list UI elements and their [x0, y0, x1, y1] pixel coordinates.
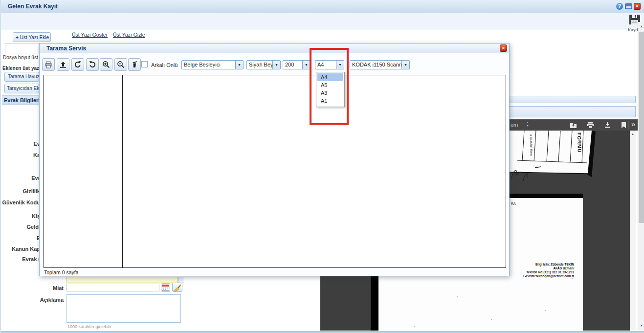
- spinner-up-icon: ▲: [527, 121, 529, 124]
- zoom-select[interactable]: om: [511, 122, 518, 128]
- broom-icon: [173, 284, 181, 291]
- plus-icon: +: [16, 35, 19, 40]
- chevron-down-icon[interactable]: ▼: [235, 61, 243, 69]
- delete-icon: [131, 61, 138, 68]
- dpi-dropdown[interactable]: 200 ▼: [283, 60, 311, 69]
- scroll-up-icon[interactable]: ▲: [638, 25, 644, 28]
- scanner-value: KODAK i1150 Scanner: [350, 61, 401, 69]
- open-file-icon[interactable]: [569, 121, 577, 129]
- cover-letter-field[interactable]: [5, 44, 39, 53]
- viewer-scroll-up-icon[interactable]: ▲: [630, 133, 636, 135]
- miat-label: Miat: [5, 285, 64, 291]
- duplex-checkbox[interactable]: [141, 61, 148, 67]
- page-scrollbar[interactable]: ▲ ▼: [638, 22, 644, 331]
- add-cover-letter-label: Üst Yazı Ekle: [20, 35, 49, 40]
- show-cover-letter-link[interactable]: Üst Yazı Göster: [72, 32, 108, 38]
- calendar-button[interactable]: [161, 283, 170, 292]
- viewer-scrollbar[interactable]: ▲: [630, 131, 636, 331]
- calendar-icon: [162, 284, 169, 291]
- upload-icon: [59, 61, 67, 68]
- form-label: Evrak (: [0, 256, 40, 262]
- screen-icon-glyph: [625, 3, 632, 9]
- close-icon[interactable]: ×: [634, 3, 641, 10]
- page-header: Gelen Evrak Kayıt ? ×: [1, 0, 644, 13]
- more-tools-icon[interactable]: »: [631, 120, 635, 128]
- page-count-label: Toplam 0 sayfa: [44, 269, 79, 275]
- page-title: Gelen Evrak Kayıt: [8, 3, 58, 10]
- spinner-down-icon: ▼: [527, 124, 529, 127]
- rotate-ccw-icon: [89, 61, 96, 68]
- scan-form-title: FORMU: [577, 133, 582, 153]
- scan-speck: [545, 310, 546, 311]
- app-window: Gelen Evrak Kayıt ? × Kaydet + Üst Yazı …: [0, 0, 644, 333]
- scan-speck: [457, 296, 458, 297]
- handwriting-scribble: [523, 174, 528, 181]
- add-cover-letter-button[interactable]: + Üst Yazı Ekle: [13, 32, 51, 42]
- scrollbar-thumb[interactable]: [639, 32, 644, 223]
- dpi-value: 200: [283, 61, 302, 69]
- color-mode-dropdown[interactable]: Siyah Beyaz ▼: [246, 60, 281, 69]
- paper-size-option-list: A4 A5 A3 A1: [316, 72, 345, 107]
- zoom-out-icon: [117, 61, 125, 68]
- feeder-dropdown[interactable]: Belge Besleyici ▼: [181, 60, 244, 69]
- scan-form-side-text: a Çalışılan Konu: [530, 134, 533, 156]
- scan-preview-area: [44, 75, 506, 268]
- print-icon[interactable]: [586, 121, 594, 129]
- feeder-value: Belge Besleyici: [182, 61, 235, 69]
- zoom-spinner[interactable]: ▲ ▼: [525, 121, 530, 128]
- form-label: Gizlilik: [0, 188, 40, 194]
- aciklama-textarea[interactable]: [67, 294, 181, 323]
- scanner-dropdown[interactable]: KODAK i1150 Scanner ▼: [350, 60, 410, 69]
- chevron-down-icon[interactable]: ▼: [401, 61, 409, 69]
- file-limit-label: Dosya boyut üst lim: [3, 55, 40, 60]
- paper-size-value: A4: [315, 61, 336, 69]
- add-from-scanner-button[interactable]: Tarayıcıdan Ekle (: [4, 84, 39, 93]
- highlighted-field[interactable]: [67, 277, 178, 283]
- scan-print-button[interactable]: [42, 58, 55, 71]
- dialog-close-icon[interactable]: ×: [500, 44, 507, 52]
- chevron-down-icon[interactable]: ▼: [302, 61, 310, 69]
- download-icon[interactable]: [603, 121, 611, 129]
- option-a5[interactable]: A5: [317, 81, 343, 89]
- chevron-down-icon[interactable]: ▼: [272, 61, 280, 69]
- option-a1[interactable]: A1: [317, 97, 343, 105]
- form-label: E: [0, 235, 40, 241]
- form-label: Ev: [0, 141, 40, 147]
- form-label: Güvenlik Kodu: [0, 200, 40, 205]
- hide-cover-letter-link[interactable]: Üst Yazı Gizle: [113, 32, 145, 38]
- scan-speck: [414, 326, 415, 327]
- bookmark-icon[interactable]: [621, 121, 626, 129]
- tarama-servis-dialog: Tarama Servis × Arkalı Önlü Belge Bes: [39, 43, 510, 276]
- window-bottom-border: [1, 331, 644, 333]
- zoom-out-button[interactable]: [114, 58, 127, 71]
- miat-input[interactable]: [67, 284, 159, 291]
- form-label: Kanun Kap: [0, 246, 40, 252]
- scan-pool-button[interactable]: Tarama Havuzund: [4, 72, 39, 82]
- paper-size-dropdown[interactable]: A4 ▼: [315, 60, 344, 69]
- option-a4[interactable]: A4: [317, 73, 343, 81]
- scan-page2-corner-text: RA: [511, 202, 516, 205]
- delete-page-button[interactable]: [128, 58, 141, 71]
- aciklama-label: Açıklama: [5, 297, 64, 303]
- chevron-down-icon[interactable]: ▼: [336, 61, 344, 69]
- aciklama-hint: 1000 karakter girilebilir: [67, 324, 112, 329]
- scan-speck: [572, 278, 573, 279]
- color-mode-value: Siyah Beyaz: [247, 61, 272, 69]
- toolbar-band: [1, 13, 644, 30]
- rotate-ccw-button[interactable]: [86, 58, 99, 71]
- option-a3[interactable]: A3: [317, 89, 343, 97]
- form-label: Geldi: [0, 224, 40, 230]
- clear-date-button[interactable]: [172, 283, 182, 292]
- dialog-titlebar[interactable]: Tarama Servis ×: [40, 44, 509, 53]
- zoom-in-button[interactable]: [100, 58, 112, 71]
- scan-upload-button[interactable]: [57, 58, 69, 71]
- duplex-checkbox-label: Arkalı Önlü: [151, 62, 178, 68]
- scan-thumbnail-divider: [122, 75, 123, 267]
- help-icon[interactable]: ?: [616, 3, 623, 10]
- form-label: Ka: [0, 152, 40, 158]
- toolbar-divider: [628, 121, 629, 129]
- form-label: Evr: [0, 175, 40, 181]
- rotate-cw-button[interactable]: [71, 58, 84, 71]
- screen-icon[interactable]: [625, 3, 632, 9]
- scroll-down-icon[interactable]: ▼: [638, 324, 644, 327]
